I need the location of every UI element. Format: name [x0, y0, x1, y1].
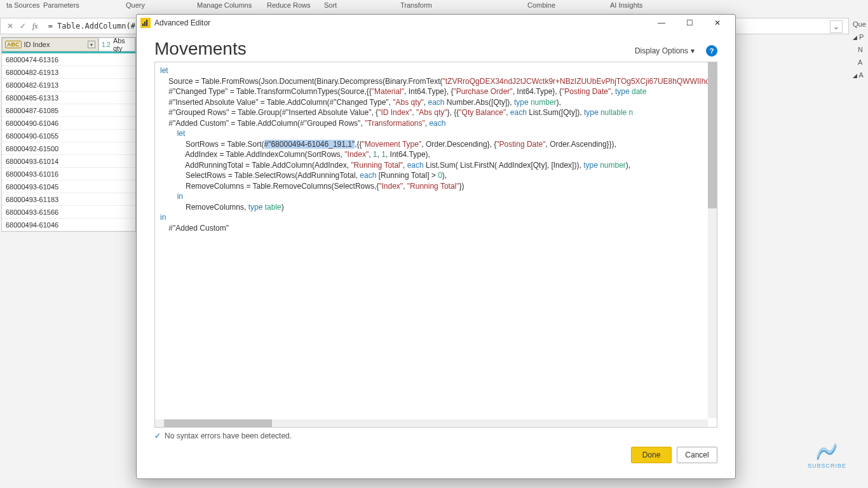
- chevron-down-icon: ▾: [691, 46, 695, 55]
- done-button[interactable]: Done: [631, 447, 672, 463]
- advanced-editor-dialog: Advanced Editor — ☐ ✕ Movements Display …: [136, 14, 736, 479]
- svg-rect-2: [146, 20, 147, 26]
- subscribe-watermark: SUBSCRIBE: [808, 444, 846, 469]
- minimize-button[interactable]: —: [648, 15, 675, 30]
- subscribe-label: SUBSCRIBE: [808, 463, 846, 469]
- status-text: No syntax errors have been detected.: [165, 431, 292, 440]
- check-icon: ✓: [154, 431, 161, 440]
- code-editor[interactable]: let Source = Table.FromRows(Json.Documen…: [154, 62, 717, 428]
- dialog-title: Advanced Editor: [154, 18, 210, 27]
- help-icon[interactable]: ?: [706, 45, 717, 57]
- svg-rect-1: [144, 22, 146, 26]
- vertical-scrollbar[interactable]: [708, 62, 717, 418]
- svg-rect-0: [142, 24, 144, 26]
- cancel-button[interactable]: Cancel: [677, 447, 717, 463]
- display-options-label: Display Options: [635, 46, 688, 55]
- syntax-status: ✓ No syntax errors have been detected.: [154, 428, 717, 442]
- maximize-button[interactable]: ☐: [675, 15, 703, 30]
- display-options-dropdown[interactable]: Display Options ▾: [635, 46, 695, 55]
- horizontal-scrollbar[interactable]: [155, 419, 708, 427]
- close-button[interactable]: ✕: [703, 15, 731, 30]
- dialog-titlebar[interactable]: Advanced Editor — ☐ ✕: [137, 15, 735, 31]
- powerbi-icon: [140, 18, 151, 28]
